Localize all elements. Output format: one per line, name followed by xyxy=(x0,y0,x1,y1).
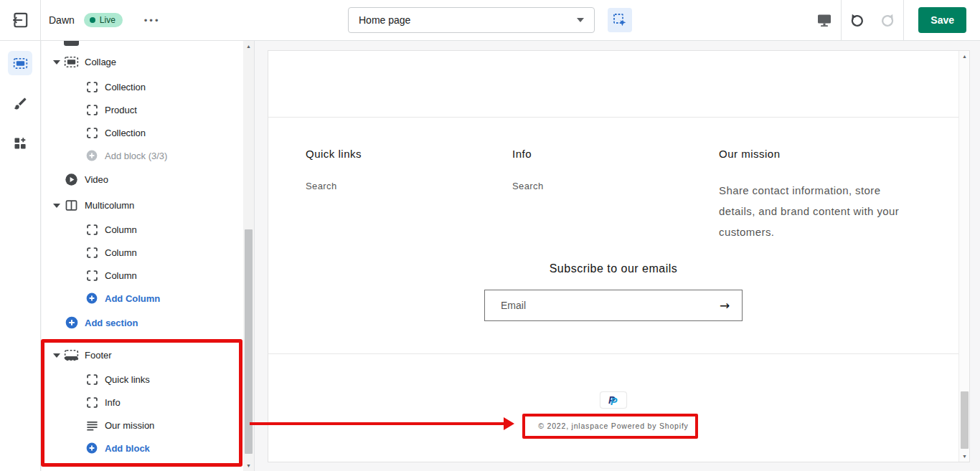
add-block-label: Add block (3/3) xyxy=(105,151,167,161)
scroll-down-arrow[interactable]: ▼ xyxy=(959,451,970,462)
sidebar-block-collection[interactable]: Collection xyxy=(42,121,146,144)
footer-section-icon xyxy=(64,348,79,363)
more-options-icon[interactable]: ••• xyxy=(144,15,161,26)
plus-circle-icon xyxy=(86,442,98,454)
newsletter-email-box: → xyxy=(484,290,743,321)
scrollbar-thumb[interactable] xyxy=(245,229,253,454)
exit-editor-icon xyxy=(11,11,29,29)
page-selector[interactable]: Home page xyxy=(348,7,595,33)
sidebar-block-column[interactable]: Column xyxy=(42,241,137,264)
newsletter-heading: Subscribe to our emails xyxy=(268,262,958,275)
copyright-text: © 2022, jnlaspace Powered by Shopify xyxy=(268,422,958,430)
collapse-caret-icon[interactable] xyxy=(52,353,61,358)
sidebar-block-column[interactable]: Column xyxy=(42,218,137,241)
footer-heading: Our mission xyxy=(719,148,925,160)
footer-column-info: Info Search xyxy=(512,148,719,242)
add-column-button[interactable]: Add Column xyxy=(42,287,160,310)
collapse-caret-icon[interactable] xyxy=(52,203,61,208)
scroll-up-arrow[interactable]: ▲ xyxy=(959,51,970,62)
sidebar-section-collage[interactable]: Collage xyxy=(42,50,116,73)
footer-link-search[interactable]: Search xyxy=(306,181,337,191)
scroll-up-arrow[interactable]: ▲ xyxy=(243,41,254,52)
block-icon xyxy=(86,82,98,92)
paypal-icon: PP xyxy=(608,395,618,406)
section-icon xyxy=(64,54,79,70)
footer-columns: Quick links Search Info Search Our missi… xyxy=(306,148,925,242)
plus-circle-icon xyxy=(64,316,79,329)
add-block-button[interactable]: Add block xyxy=(42,437,150,460)
text-lines-icon xyxy=(86,420,98,431)
plus-circle-icon xyxy=(86,150,98,161)
scroll-down-arrow[interactable]: ▼ xyxy=(243,460,254,471)
clipped-section-icon xyxy=(64,41,79,46)
sidebar-section-multicolumn[interactable]: Multicolumn xyxy=(42,194,134,217)
video-icon xyxy=(64,173,79,186)
block-label: Our mission xyxy=(105,420,154,431)
rail-app-embeds-tab[interactable] xyxy=(8,131,32,156)
sidebar-block-our-mission[interactable]: Our mission xyxy=(42,414,154,437)
block-label: Product xyxy=(105,105,137,115)
block-label: Column xyxy=(105,247,137,258)
add-section-button[interactable]: Add section xyxy=(42,311,138,334)
rail-theme-settings-tab[interactable] xyxy=(8,91,32,115)
plus-circle-icon xyxy=(86,292,98,304)
paintbrush-icon xyxy=(13,96,28,111)
block-label: Info xyxy=(105,397,121,408)
sidebar-block-quick-links[interactable]: Quick links xyxy=(42,368,150,391)
block-icon xyxy=(86,270,98,281)
live-status-badge: Live xyxy=(84,13,123,27)
app-embeds-icon xyxy=(13,136,27,151)
footer-column-quick-links: Quick links Search xyxy=(306,148,512,242)
email-input[interactable] xyxy=(485,300,707,311)
multicolumn-icon xyxy=(64,199,79,212)
redo-button[interactable] xyxy=(880,12,896,29)
sections-sidebar: Collage Collection Product Collection Ad… xyxy=(42,41,255,471)
section-picker-button[interactable] xyxy=(608,8,632,32)
footer-heading: Info xyxy=(512,148,719,160)
footer-link-search[interactable]: Search xyxy=(512,181,544,191)
newsletter-submit-arrow[interactable]: → xyxy=(707,298,742,313)
block-icon xyxy=(86,105,98,115)
block-label: Quick links xyxy=(105,374,150,385)
block-label: Column xyxy=(105,270,137,281)
block-icon xyxy=(86,397,98,408)
block-icon xyxy=(86,247,98,258)
page-selector-value: Home page xyxy=(359,14,410,26)
block-label: Collection xyxy=(105,82,146,92)
save-button[interactable]: Save xyxy=(918,7,966,33)
footer-mission-text: Share contact information, store details… xyxy=(719,180,916,242)
block-icon xyxy=(86,374,98,385)
rail-sections-tab[interactable] xyxy=(8,51,32,75)
preview-area: Quick links Search Info Search Our missi… xyxy=(255,41,980,471)
sections-icon xyxy=(13,56,28,71)
section-label: Video xyxy=(85,174,108,185)
sidebar-section-video[interactable]: Video xyxy=(42,168,108,191)
block-label: Column xyxy=(105,224,137,235)
desktop-preview-icon xyxy=(816,11,833,29)
scrollbar-thumb[interactable] xyxy=(961,391,969,449)
footer-divider xyxy=(268,353,958,354)
section-label: Collage xyxy=(85,57,116,67)
block-icon xyxy=(86,128,98,138)
sidebar-scrollbar[interactable]: ▲ ▼ xyxy=(243,41,254,471)
sidebar-block-column[interactable]: Column xyxy=(42,264,137,287)
topbar: Dawn Live ••• Home page xyxy=(0,0,980,41)
add-block-disabled-button: Add block (3/3) xyxy=(42,144,167,167)
theme-name: Dawn xyxy=(49,14,75,26)
preview-scrollbar[interactable]: ▲ ▼ xyxy=(958,51,969,462)
sidebar-block-collection[interactable]: Collection xyxy=(42,75,146,98)
sidebar-block-info[interactable]: Info xyxy=(42,391,121,414)
section-picker-icon xyxy=(612,12,628,28)
footer-column-our-mission: Our mission Share contact information, s… xyxy=(719,148,925,242)
undo-button[interactable] xyxy=(849,12,865,29)
collapse-caret-icon[interactable] xyxy=(52,60,61,65)
block-label: Collection xyxy=(105,128,146,138)
sidebar-block-product[interactable]: Product xyxy=(42,98,137,121)
desktop-preview-button[interactable] xyxy=(808,0,841,40)
section-label: Multicolumn xyxy=(85,200,134,211)
add-column-label: Add Column xyxy=(105,293,160,304)
exit-editor-button[interactable] xyxy=(0,0,41,40)
sidebar-section-footer[interactable]: Footer xyxy=(42,343,112,366)
live-dot-icon xyxy=(90,17,95,23)
footer-heading: Quick links xyxy=(306,148,512,160)
